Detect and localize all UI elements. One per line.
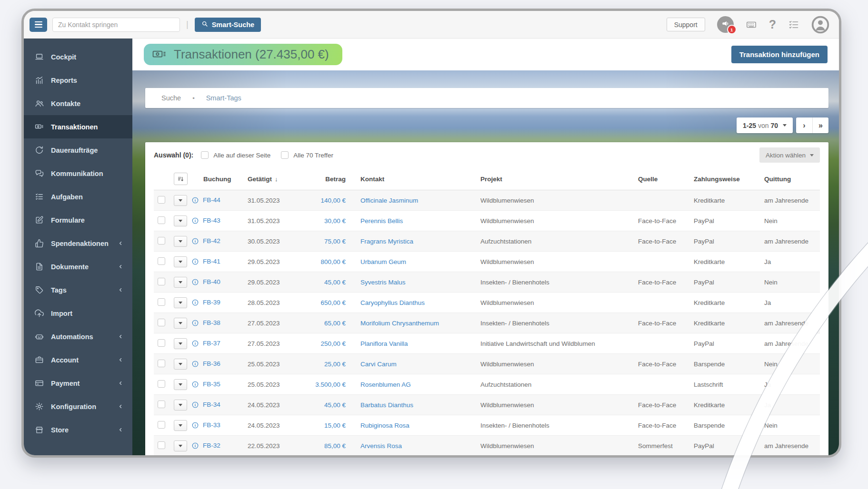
info-icon[interactable] xyxy=(191,401,199,409)
contact-link[interactable]: Barbatus Dianthus xyxy=(360,401,413,409)
contact-link[interactable]: Syvestris Malus xyxy=(360,279,406,286)
sidebar-item-automations[interactable]: Automations xyxy=(24,325,132,348)
amount-link[interactable]: 3.500,00 € xyxy=(315,381,346,388)
keyboard-icon[interactable] xyxy=(746,19,757,30)
row-actions-dropdown[interactable] xyxy=(174,195,187,206)
contact-link[interactable]: Officinale Jasminum xyxy=(360,197,418,204)
sidebar-item-transaktionen[interactable]: Transaktionen xyxy=(24,115,132,138)
page-range-dropdown[interactable]: 1-25 von 70 xyxy=(737,117,793,133)
add-transaction-button[interactable]: Transaktion hinzufügen xyxy=(731,46,828,63)
sort-order-button[interactable] xyxy=(174,173,188,185)
contact-link[interactable]: Rubiginosa Rosa xyxy=(360,422,409,429)
booking-link[interactable]: FB-44 xyxy=(203,196,220,204)
sidebar-item-dokumente[interactable]: Dokumente xyxy=(24,255,132,278)
contact-link[interactable]: Morifolium Chrysanthemum xyxy=(360,320,439,327)
info-icon[interactable] xyxy=(191,278,199,286)
column-header-betrag[interactable]: Betrag xyxy=(307,168,348,190)
info-icon[interactable] xyxy=(191,381,199,388)
row-checkbox[interactable] xyxy=(158,216,165,224)
info-icon[interactable] xyxy=(191,217,199,225)
column-header-buchung[interactable]: Buchung xyxy=(189,168,243,190)
announcements-button[interactable]: 1 xyxy=(717,16,734,33)
amount-link[interactable]: 250,00 € xyxy=(320,340,346,347)
row-checkbox[interactable] xyxy=(158,278,165,285)
row-actions-dropdown[interactable] xyxy=(174,420,187,431)
amount-link[interactable]: 65,00 € xyxy=(324,320,346,327)
contact-link[interactable]: Arvensis Rosa xyxy=(360,442,402,450)
booking-link[interactable]: FB-38 xyxy=(203,319,220,326)
tasks-list-icon[interactable] xyxy=(788,19,799,30)
info-icon[interactable] xyxy=(191,421,199,429)
row-checkbox[interactable] xyxy=(158,360,165,367)
choose-action-dropdown[interactable]: Aktion wählen xyxy=(759,147,820,163)
row-actions-dropdown[interactable] xyxy=(174,379,187,390)
row-actions-dropdown[interactable] xyxy=(174,277,187,288)
contact-link[interactable]: Carvi Carum xyxy=(360,361,397,368)
contact-link[interactable]: Caryophyllus Dianthus xyxy=(360,299,425,306)
contact-link[interactable]: Fragrans Myristica xyxy=(360,238,413,245)
booking-link[interactable]: FB-40 xyxy=(203,278,220,285)
row-actions-dropdown[interactable] xyxy=(174,256,187,267)
sidebar-item-tags[interactable]: Tags xyxy=(24,278,132,302)
column-header-quelle[interactable]: Quelle xyxy=(631,168,687,190)
booking-link[interactable]: FB-33 xyxy=(203,421,220,429)
row-actions-dropdown[interactable] xyxy=(174,318,187,329)
amount-link[interactable]: 45,00 € xyxy=(324,279,346,286)
contact-link[interactable]: Perennis Bellis xyxy=(360,217,403,225)
sidebar-item-account[interactable]: Account xyxy=(24,348,132,372)
column-header-getaetigt[interactable]: Getätigt↓ xyxy=(243,168,307,190)
row-checkbox[interactable] xyxy=(158,401,165,408)
sidebar-item-dauerauftraege[interactable]: Daueraufträge xyxy=(24,138,132,162)
booking-link[interactable]: FB-39 xyxy=(203,299,220,306)
row-actions-dropdown[interactable] xyxy=(174,338,187,349)
amount-link[interactable]: 140,00 € xyxy=(320,197,346,204)
hamburger-menu-button[interactable] xyxy=(30,18,47,32)
tab-smart-tags[interactable]: Smart-Tags xyxy=(206,94,241,102)
row-actions-dropdown[interactable] xyxy=(174,297,187,308)
contact-link[interactable]: Planiflora Vanilla xyxy=(360,340,408,347)
last-page-button[interactable]: » xyxy=(812,117,828,133)
row-actions-dropdown[interactable] xyxy=(174,236,187,247)
sidebar-item-store[interactable]: Store xyxy=(24,418,132,441)
help-icon[interactable]: ? xyxy=(769,19,776,30)
avatar[interactable] xyxy=(811,16,829,34)
info-icon[interactable] xyxy=(191,258,199,265)
amount-link[interactable]: 25,00 € xyxy=(324,361,346,368)
select-all-page-checkbox[interactable] xyxy=(201,151,209,159)
amount-link[interactable]: 650,00 € xyxy=(320,299,346,306)
smart-search-button[interactable]: Smart-Suche xyxy=(195,18,261,32)
booking-link[interactable]: FB-34 xyxy=(203,401,220,408)
booking-link[interactable]: FB-35 xyxy=(203,381,220,388)
row-actions-dropdown[interactable] xyxy=(174,440,187,451)
row-checkbox[interactable] xyxy=(158,339,165,347)
contact-link[interactable]: Rosenblumen AG xyxy=(360,381,411,388)
amount-link[interactable]: 15,00 € xyxy=(324,422,346,429)
booking-link[interactable]: FB-37 xyxy=(203,340,220,347)
info-icon[interactable] xyxy=(191,360,199,368)
next-page-button[interactable]: › xyxy=(796,117,812,133)
booking-link[interactable]: FB-42 xyxy=(203,237,220,244)
column-header-zahlungsweise[interactable]: Zahlungsweise xyxy=(687,168,757,190)
booking-link[interactable]: FB-32 xyxy=(203,442,220,449)
tab-suche[interactable]: Suche xyxy=(161,94,181,102)
support-button[interactable]: Support xyxy=(667,18,705,31)
info-icon[interactable] xyxy=(191,319,199,327)
row-checkbox[interactable] xyxy=(158,196,165,204)
sidebar-item-cockpit[interactable]: Cockpit xyxy=(24,45,132,68)
column-header-projekt[interactable]: Projekt xyxy=(474,168,631,190)
amount-link[interactable]: 45,00 € xyxy=(324,401,346,409)
info-icon[interactable] xyxy=(191,299,199,306)
row-checkbox[interactable] xyxy=(158,380,165,388)
amount-link[interactable]: 30,00 € xyxy=(324,217,346,225)
contact-link[interactable]: Urbanum Geum xyxy=(360,258,406,265)
sidebar-item-formulare[interactable]: Formulare xyxy=(24,208,132,232)
row-checkbox[interactable] xyxy=(158,237,165,244)
sidebar-item-spendenaktionen[interactable]: Spendenaktionen xyxy=(24,232,132,255)
jump-to-contact-input[interactable] xyxy=(52,18,180,32)
amount-link[interactable]: 800,00 € xyxy=(320,258,346,265)
select-all-results-checkbox[interactable] xyxy=(281,151,289,159)
sidebar-item-reports[interactable]: Reports xyxy=(24,68,132,92)
column-header-quittung[interactable]: Quittung xyxy=(757,168,820,190)
column-header-kontakt[interactable]: Kontakt xyxy=(348,168,474,190)
sidebar-item-konfiguration[interactable]: Konfiguration xyxy=(24,395,132,418)
